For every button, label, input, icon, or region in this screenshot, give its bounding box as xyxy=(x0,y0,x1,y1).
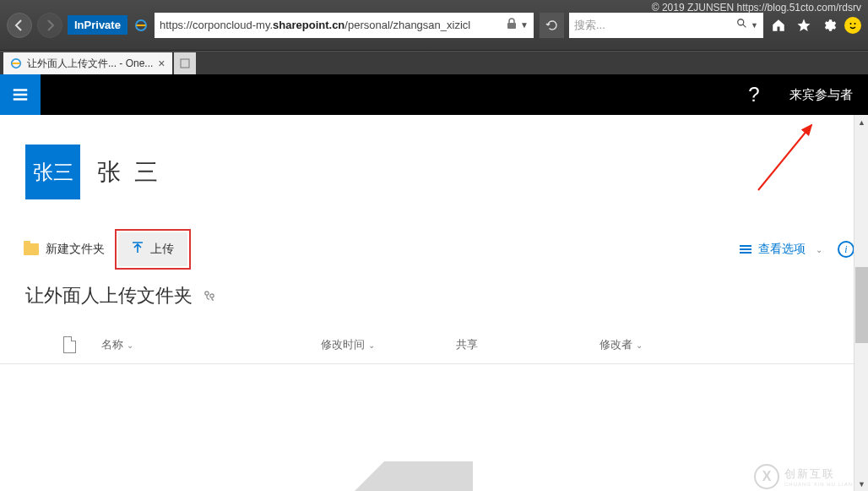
url-text: https://corponcloud-my.sharepoint.cn/per… xyxy=(160,19,503,31)
profile-name: 张 三 xyxy=(97,156,161,188)
upload-icon xyxy=(132,241,144,258)
chevron-down-icon: ⌄ xyxy=(368,341,375,350)
new-folder-button[interactable]: 新建文件夹 xyxy=(14,235,115,264)
search-dropdown-icon[interactable]: ▼ xyxy=(751,21,758,30)
lock-icon xyxy=(507,18,517,32)
search-bar[interactable]: 搜索... ▼ xyxy=(569,13,763,38)
upload-highlight-box: 上传 xyxy=(115,229,191,270)
app-launcher-button[interactable] xyxy=(0,74,41,115)
favorites-star-icon[interactable] xyxy=(794,15,814,35)
user-menu[interactable]: 来宾参与者 xyxy=(774,74,868,115)
folder-icon xyxy=(24,243,39,255)
scroll-up-icon[interactable]: ▲ xyxy=(854,115,868,129)
upload-label: 上传 xyxy=(150,242,174,257)
ie-favicon-icon xyxy=(133,17,149,34)
svg-rect-6 xyxy=(181,59,189,68)
file-type-icon xyxy=(63,336,76,353)
svg-point-8 xyxy=(205,291,209,294)
tab-strip: 让外面人上传文件... - One... × xyxy=(0,51,868,74)
new-tab-button[interactable] xyxy=(174,52,196,74)
copyright-watermark: © 2019 ZJUNSEN https://blog.51cto.com/rd… xyxy=(652,2,861,14)
chevron-down-icon: ⌄ xyxy=(636,341,643,350)
page-content: 张三 张 三 新建文件夹 上传 查看选项 ⌄ i 让外面人上传文件夹 xyxy=(0,115,868,491)
svg-point-4 xyxy=(854,23,856,25)
svg-point-3 xyxy=(850,23,852,25)
inprivate-badge: InPrivate xyxy=(68,15,127,35)
vertical-scrollbar[interactable]: ▲ ▼ xyxy=(854,115,868,491)
decorative-shape xyxy=(355,461,473,491)
folder-title-row: 让外面人上传文件夹 xyxy=(0,278,868,326)
refresh-button[interactable] xyxy=(539,13,564,38)
home-icon[interactable] xyxy=(768,15,789,35)
footer-subtitle: CHUANG XIN HU LIAN xyxy=(784,482,853,487)
settings-gear-icon[interactable] xyxy=(819,15,839,35)
info-pane-button[interactable]: i xyxy=(838,241,854,258)
feedback-smiley-icon[interactable] xyxy=(844,17,861,34)
column-modifier[interactable]: 修改者⌄ xyxy=(599,337,838,352)
back-button[interactable] xyxy=(7,13,32,38)
view-options-button[interactable]: 查看选项 ⌄ xyxy=(740,242,822,257)
svg-point-9 xyxy=(210,293,214,297)
browser-tab[interactable]: 让外面人上传文件... - One... × xyxy=(3,52,172,74)
url-dropdown-icon[interactable]: ▼ xyxy=(520,23,529,28)
browser-chrome: © 2019 ZJUNSEN https://blog.51cto.com/rd… xyxy=(0,0,868,51)
command-bar: 新建文件夹 上传 查看选项 ⌄ i xyxy=(0,221,868,278)
file-list-header: 名称⌄ 修改时间⌄ 共享 修改者⌄ xyxy=(0,326,863,364)
folder-title: 让外面人上传文件夹 xyxy=(25,283,193,308)
help-button[interactable]: ? xyxy=(734,74,774,115)
chevron-down-icon: ⌄ xyxy=(816,245,822,254)
column-modified[interactable]: 修改时间⌄ xyxy=(321,337,456,352)
footer-brand: 创新互联 xyxy=(784,466,853,482)
share-icon[interactable] xyxy=(203,288,216,304)
column-share: 共享 xyxy=(456,337,599,352)
scroll-down-icon[interactable]: ▼ xyxy=(854,477,868,491)
tab-favicon-icon xyxy=(10,57,22,69)
view-options-label: 查看选项 xyxy=(758,242,806,257)
list-view-icon xyxy=(740,245,751,254)
profile-header: 张三 张 三 xyxy=(0,115,868,221)
tab-title: 让外面人上传文件... - One... xyxy=(27,57,153,71)
column-name[interactable]: 名称⌄ xyxy=(76,337,321,352)
svg-point-2 xyxy=(738,19,744,25)
column-type xyxy=(25,336,76,353)
svg-rect-1 xyxy=(507,23,516,29)
sharepoint-suite-bar: ? 来宾参与者 xyxy=(0,74,868,115)
tab-close-icon[interactable]: × xyxy=(158,57,165,70)
footer-logo-icon: X xyxy=(754,464,779,489)
profile-avatar-tile: 张三 xyxy=(25,145,80,199)
new-folder-label: 新建文件夹 xyxy=(46,242,105,257)
forward-button[interactable] xyxy=(37,13,62,38)
search-placeholder: 搜索... xyxy=(574,18,736,33)
footer-watermark: X 创新互联 CHUANG XIN HU LIAN xyxy=(754,464,853,489)
scrollbar-thumb[interactable] xyxy=(855,267,868,343)
upload-button[interactable]: 上传 xyxy=(118,232,187,266)
chevron-down-icon: ⌄ xyxy=(127,341,133,350)
address-bar[interactable]: https://corponcloud-my.sharepoint.cn/per… xyxy=(155,13,534,38)
search-icon[interactable] xyxy=(736,18,748,32)
